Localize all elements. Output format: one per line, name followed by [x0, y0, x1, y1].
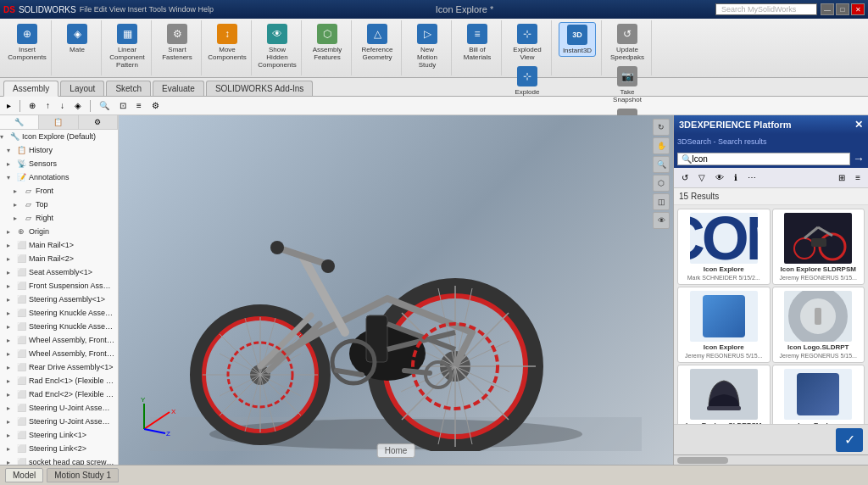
result-title-3: Icon Explore	[682, 343, 766, 351]
tab-assembly[interactable]: Assembly	[3, 81, 58, 97]
tree-item-13[interactable]: ▸⬜Steering Knuckle Assembly, LH<1> D	[0, 306, 118, 320]
search-input-container[interactable]: 🔍	[677, 153, 850, 165]
result-card-5[interactable]: Icon Explore SLDRPSM Mark SCHNEIDER 5/15…	[677, 365, 771, 424]
result-title-2: Icon Explore SLDRPSM	[776, 265, 861, 273]
result-card-3[interactable]: Icon Explore Jeremy REGONERUS 5/15...	[677, 287, 771, 363]
svg-line-13	[804, 227, 818, 238]
sec-btn-9[interactable]: ⚙	[148, 99, 163, 112]
insert-components-btn[interactable]: ⊕ InsertComponents	[8, 22, 46, 63]
result-card-4[interactable]: Icon Logo.SLDRPT Jeremy REGONERUS 5/15..…	[772, 287, 865, 363]
motion-study-tab[interactable]: Motion Study 1	[47, 468, 119, 482]
tab-sketch[interactable]: Sketch	[106, 81, 151, 96]
tree-item-2[interactable]: ▸📡Sensors	[0, 157, 118, 170]
rotate-btn[interactable]: ↻	[653, 119, 670, 136]
sec-btn-3[interactable]: ↑	[42, 99, 53, 112]
view-selector-btn[interactable]: ⬡	[653, 175, 670, 192]
instant3d-btn[interactable]: 3D Instant3D	[559, 22, 596, 57]
tree-item-23[interactable]: ▸⬜Steering Link<2>	[0, 442, 118, 455]
zoom-btn[interactable]: 🔍	[653, 156, 670, 173]
panel-close-btn[interactable]: ✕	[854, 119, 863, 131]
exploded-view-btn[interactable]: ⊹ ExplodedView	[509, 22, 546, 63]
tree-item-12[interactable]: ▸⬜Steering Assembly<1>	[0, 293, 118, 306]
tree-item-22[interactable]: ▸⬜Steering Link<1>	[0, 428, 118, 442]
sec-btn-6[interactable]: 🔍	[96, 99, 113, 112]
ribbon-group-speedpak: ↺ UpdateSpeedpaks 📷 TakeSnapshot LA Larg…	[604, 20, 652, 75]
tab-evaluate[interactable]: Evaluate	[153, 81, 204, 96]
sec-btn-7[interactable]: ⊡	[116, 99, 130, 112]
tree-item-6[interactable]: ▸▱Right	[0, 211, 118, 225]
panel-list-btn[interactable]: ≡	[851, 170, 865, 185]
show-hidden-btn[interactable]: 👁 Show HiddenComponents	[259, 22, 296, 70]
tree-item-7[interactable]: ▸⊕Origin	[0, 225, 118, 238]
sec-btn-8[interactable]: ≡	[133, 99, 145, 112]
display-style-btn[interactable]: ◫	[653, 193, 670, 210]
sidebar-tab-featuretree[interactable]: 🔧	[0, 115, 39, 129]
result-card-1[interactable]: CON Icon Explore Mark SCHNEIDER 5/15/2..…	[677, 209, 771, 285]
close-btn[interactable]: ✕	[851, 3, 865, 15]
sidebar-tab-properties[interactable]: 📋	[39, 115, 78, 129]
panel-confirm-btn[interactable]: ✓	[836, 428, 863, 452]
tree-item-5[interactable]: ▸▱Top	[0, 198, 118, 211]
panel-info-btn[interactable]: ℹ	[730, 170, 742, 185]
tab-addins[interactable]: SOLIDWORKS Add-Ins	[206, 81, 313, 96]
tree-item-0[interactable]: ▾🔧Icon Explore (Default)	[0, 130, 118, 143]
panel-filter-btn[interactable]: ▽	[694, 170, 709, 185]
main-area: 🔧 📋 ⚙ ▾🔧Icon Explore (Default)▾📋History▸…	[0, 115, 868, 465]
sec-btn-1[interactable]: ▸	[3, 99, 14, 112]
result-card-6[interactable]: Icon Explore Mark SCHNEIDER 5/152...	[772, 365, 865, 424]
panel-refresh-btn[interactable]: ↺	[677, 170, 693, 185]
smart-fasteners-btn[interactable]: ⚙ SmartFasteners	[159, 22, 196, 63]
tree-item-16[interactable]: ▸⬜Wheel Assembly, Front Right<2>	[0, 347, 118, 360]
new-motion-btn[interactable]: ▷ NewMotion Study	[409, 22, 446, 70]
linear-component-btn[interactable]: ▦ Linear ComponentPattern	[108, 22, 146, 70]
tree-item-9[interactable]: ▸⬜Main Rail<2>	[0, 252, 118, 265]
result-thumb-4	[784, 291, 852, 342]
panel-more-btn[interactable]: ⋯	[743, 170, 760, 185]
tree-item-18[interactable]: ▸⬜Rad Encl<1> (Flexible Cage)	[0, 374, 118, 387]
tree-item-1[interactable]: ▾📋History	[0, 143, 118, 157]
panel-view-btn[interactable]: 👁	[711, 170, 728, 185]
tree-item-15[interactable]: ▸⬜Wheel Assembly, Front Left<2>	[0, 333, 118, 347]
reference-geometry-btn[interactable]: △ ReferenceGeometry	[359, 22, 396, 63]
panel-horizontal-scrollbar[interactable]	[674, 454, 868, 465]
bom-btn[interactable]: ≡ Bill ofMaterials	[459, 22, 496, 63]
pan-btn[interactable]: ✋	[653, 137, 670, 154]
search-box[interactable]: Search MySolidWorks	[715, 3, 817, 15]
result-card-2[interactable]: Icon Explore SLDRPSM Jeremy REGONERUS 5/…	[772, 209, 865, 285]
hscroll-thumb[interactable]	[677, 457, 728, 464]
sec-btn-5[interactable]: ◈	[71, 99, 85, 112]
result-author-2: Jeremy REGONERUS 5/15...	[776, 275, 861, 281]
tree-item-8[interactable]: ▸⬜Main Rail<1>	[0, 238, 118, 252]
window-controls[interactable]: — □ ✕	[821, 3, 865, 15]
assembly-features-btn[interactable]: ⬡ AssemblyFeatures	[309, 22, 346, 63]
tree-item-14[interactable]: ▸⬜Steering Knuckle Assembly, RH<1> d	[0, 320, 118, 333]
search-input[interactable]	[692, 154, 776, 164]
tree-item-11[interactable]: ▸⬜Front Suspension Assembly<1>	[0, 279, 118, 293]
tree-item-20[interactable]: ▸⬜Steering U-Joint Assembly<1>	[0, 401, 118, 415]
tree-item-3[interactable]: ▾📝Annotations	[0, 170, 118, 184]
tree-item-17[interactable]: ▸⬜Rear Drive Assembly<1>	[0, 360, 118, 374]
minimize-btn[interactable]: —	[821, 3, 834, 15]
update-speedpaks-btn[interactable]: ↺ UpdateSpeedpaks	[609, 22, 646, 63]
sec-btn-4[interactable]: ↓	[57, 99, 68, 112]
snapshot-btn[interactable]: 📷 TakeSnapshot	[609, 64, 646, 105]
tree-item-19[interactable]: ▸⬜Rad Encl<2> (Flexible Cage)	[0, 387, 118, 401]
tab-layout[interactable]: Layout	[60, 81, 104, 96]
tree-item-21[interactable]: ▸⬜Steering U-Joint Assembly<2>	[0, 415, 118, 428]
sec-btn-2[interactable]: ⊕	[25, 99, 39, 112]
model-tab[interactable]: Model	[5, 468, 43, 482]
sidebar-tab-config[interactable]: ⚙	[79, 115, 118, 129]
mate-btn[interactable]: ◈ Mate	[58, 22, 96, 55]
search-icon: 🔍	[682, 154, 692, 164]
hide-show-btn[interactable]: 👁	[653, 212, 670, 229]
tree-item-10[interactable]: ▸⬜Seat Assembly<1>	[0, 265, 118, 279]
orientation-triad: X Y Z	[136, 395, 178, 439]
explode-btn[interactable]: ⊹ Explode	[509, 64, 546, 98]
move-components-btn[interactable]: ↕ MoveComponents	[209, 22, 246, 63]
panel-grid-btn[interactable]: ⊞	[834, 170, 849, 185]
viewport[interactable]: ↻ ✋ 🔍 ⬡ ◫ 👁 X Y Z Home	[119, 115, 673, 465]
tree-item-4[interactable]: ▸▱Front	[0, 184, 118, 198]
tree-item-24[interactable]: ▸⬜socket head cap screw_am<1>	[0, 455, 118, 465]
restore-btn[interactable]: □	[836, 3, 849, 15]
search-submit-btn[interactable]: →	[853, 152, 865, 165]
